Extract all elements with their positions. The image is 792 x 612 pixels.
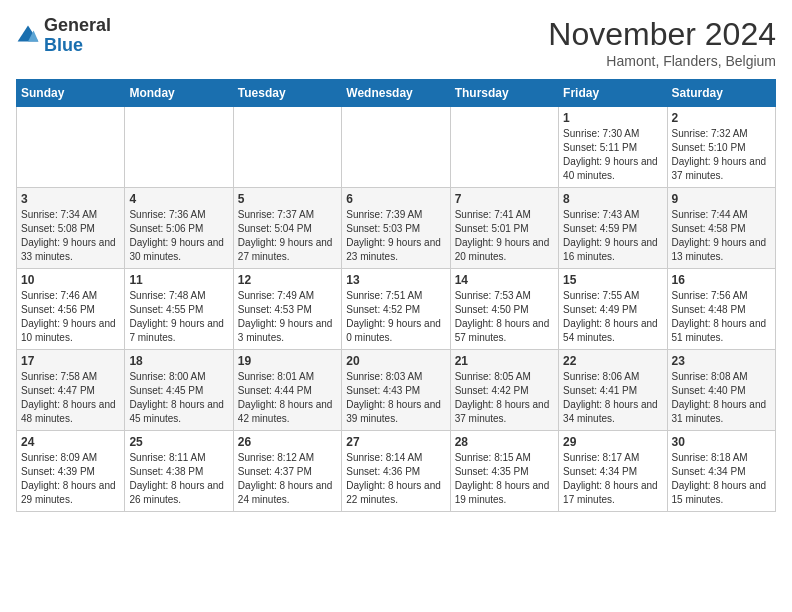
day-info: Sunrise: 8:18 AM Sunset: 4:34 PM Dayligh… (672, 451, 771, 507)
calendar-cell: 3Sunrise: 7:34 AM Sunset: 5:08 PM Daylig… (17, 188, 125, 269)
weekday-header-thursday: Thursday (450, 80, 558, 107)
calendar-cell: 25Sunrise: 8:11 AM Sunset: 4:38 PM Dayli… (125, 431, 233, 512)
calendar-cell (342, 107, 450, 188)
calendar-cell: 1Sunrise: 7:30 AM Sunset: 5:11 PM Daylig… (559, 107, 667, 188)
calendar-cell: 10Sunrise: 7:46 AM Sunset: 4:56 PM Dayli… (17, 269, 125, 350)
week-row-5: 24Sunrise: 8:09 AM Sunset: 4:39 PM Dayli… (17, 431, 776, 512)
month-title: November 2024 (548, 16, 776, 53)
calendar-cell: 23Sunrise: 8:08 AM Sunset: 4:40 PM Dayli… (667, 350, 775, 431)
day-info: Sunrise: 7:56 AM Sunset: 4:48 PM Dayligh… (672, 289, 771, 345)
calendar-cell: 16Sunrise: 7:56 AM Sunset: 4:48 PM Dayli… (667, 269, 775, 350)
calendar-cell (450, 107, 558, 188)
calendar-cell: 12Sunrise: 7:49 AM Sunset: 4:53 PM Dayli… (233, 269, 341, 350)
day-number: 7 (455, 192, 554, 206)
day-number: 13 (346, 273, 445, 287)
title-area: November 2024 Hamont, Flanders, Belgium (548, 16, 776, 69)
calendar-cell: 28Sunrise: 8:15 AM Sunset: 4:35 PM Dayli… (450, 431, 558, 512)
calendar-cell: 26Sunrise: 8:12 AM Sunset: 4:37 PM Dayli… (233, 431, 341, 512)
day-number: 30 (672, 435, 771, 449)
day-number: 17 (21, 354, 120, 368)
day-number: 26 (238, 435, 337, 449)
calendar-cell: 19Sunrise: 8:01 AM Sunset: 4:44 PM Dayli… (233, 350, 341, 431)
day-number: 29 (563, 435, 662, 449)
logo-icon (16, 24, 40, 48)
day-info: Sunrise: 7:41 AM Sunset: 5:01 PM Dayligh… (455, 208, 554, 264)
day-number: 19 (238, 354, 337, 368)
calendar-cell: 2Sunrise: 7:32 AM Sunset: 5:10 PM Daylig… (667, 107, 775, 188)
calendar-cell: 5Sunrise: 7:37 AM Sunset: 5:04 PM Daylig… (233, 188, 341, 269)
location-subtitle: Hamont, Flanders, Belgium (548, 53, 776, 69)
day-number: 2 (672, 111, 771, 125)
day-info: Sunrise: 8:14 AM Sunset: 4:36 PM Dayligh… (346, 451, 445, 507)
calendar-cell: 8Sunrise: 7:43 AM Sunset: 4:59 PM Daylig… (559, 188, 667, 269)
day-number: 21 (455, 354, 554, 368)
page-header: General Blue November 2024 Hamont, Fland… (16, 16, 776, 69)
day-info: Sunrise: 8:08 AM Sunset: 4:40 PM Dayligh… (672, 370, 771, 426)
day-info: Sunrise: 7:32 AM Sunset: 5:10 PM Dayligh… (672, 127, 771, 183)
calendar-cell: 20Sunrise: 8:03 AM Sunset: 4:43 PM Dayli… (342, 350, 450, 431)
day-info: Sunrise: 8:05 AM Sunset: 4:42 PM Dayligh… (455, 370, 554, 426)
logo-text: General Blue (44, 16, 111, 56)
day-info: Sunrise: 7:39 AM Sunset: 5:03 PM Dayligh… (346, 208, 445, 264)
calendar-table: SundayMondayTuesdayWednesdayThursdayFrid… (16, 79, 776, 512)
day-number: 14 (455, 273, 554, 287)
week-row-4: 17Sunrise: 7:58 AM Sunset: 4:47 PM Dayli… (17, 350, 776, 431)
day-info: Sunrise: 7:43 AM Sunset: 4:59 PM Dayligh… (563, 208, 662, 264)
day-info: Sunrise: 8:06 AM Sunset: 4:41 PM Dayligh… (563, 370, 662, 426)
day-number: 12 (238, 273, 337, 287)
day-number: 16 (672, 273, 771, 287)
day-number: 28 (455, 435, 554, 449)
day-number: 15 (563, 273, 662, 287)
day-info: Sunrise: 7:55 AM Sunset: 4:49 PM Dayligh… (563, 289, 662, 345)
day-info: Sunrise: 7:30 AM Sunset: 5:11 PM Dayligh… (563, 127, 662, 183)
day-info: Sunrise: 7:46 AM Sunset: 4:56 PM Dayligh… (21, 289, 120, 345)
weekday-header-monday: Monday (125, 80, 233, 107)
calendar-cell: 14Sunrise: 7:53 AM Sunset: 4:50 PM Dayli… (450, 269, 558, 350)
day-number: 11 (129, 273, 228, 287)
calendar-cell: 11Sunrise: 7:48 AM Sunset: 4:55 PM Dayli… (125, 269, 233, 350)
day-number: 18 (129, 354, 228, 368)
calendar-cell (233, 107, 341, 188)
day-info: Sunrise: 7:44 AM Sunset: 4:58 PM Dayligh… (672, 208, 771, 264)
weekday-header-friday: Friday (559, 80, 667, 107)
weekday-header-row: SundayMondayTuesdayWednesdayThursdayFrid… (17, 80, 776, 107)
day-info: Sunrise: 8:11 AM Sunset: 4:38 PM Dayligh… (129, 451, 228, 507)
weekday-header-wednesday: Wednesday (342, 80, 450, 107)
day-info: Sunrise: 7:58 AM Sunset: 4:47 PM Dayligh… (21, 370, 120, 426)
week-row-3: 10Sunrise: 7:46 AM Sunset: 4:56 PM Dayli… (17, 269, 776, 350)
day-number: 1 (563, 111, 662, 125)
day-number: 8 (563, 192, 662, 206)
calendar-cell: 13Sunrise: 7:51 AM Sunset: 4:52 PM Dayli… (342, 269, 450, 350)
calendar-cell: 22Sunrise: 8:06 AM Sunset: 4:41 PM Dayli… (559, 350, 667, 431)
day-number: 9 (672, 192, 771, 206)
calendar-cell: 18Sunrise: 8:00 AM Sunset: 4:45 PM Dayli… (125, 350, 233, 431)
weekday-header-sunday: Sunday (17, 80, 125, 107)
day-number: 3 (21, 192, 120, 206)
weekday-header-saturday: Saturday (667, 80, 775, 107)
weekday-header-tuesday: Tuesday (233, 80, 341, 107)
day-number: 20 (346, 354, 445, 368)
day-number: 6 (346, 192, 445, 206)
calendar-cell: 4Sunrise: 7:36 AM Sunset: 5:06 PM Daylig… (125, 188, 233, 269)
week-row-2: 3Sunrise: 7:34 AM Sunset: 5:08 PM Daylig… (17, 188, 776, 269)
calendar-cell: 7Sunrise: 7:41 AM Sunset: 5:01 PM Daylig… (450, 188, 558, 269)
calendar-cell (125, 107, 233, 188)
day-info: Sunrise: 7:51 AM Sunset: 4:52 PM Dayligh… (346, 289, 445, 345)
calendar-cell: 29Sunrise: 8:17 AM Sunset: 4:34 PM Dayli… (559, 431, 667, 512)
day-info: Sunrise: 8:17 AM Sunset: 4:34 PM Dayligh… (563, 451, 662, 507)
day-number: 10 (21, 273, 120, 287)
calendar-cell: 27Sunrise: 8:14 AM Sunset: 4:36 PM Dayli… (342, 431, 450, 512)
day-number: 24 (21, 435, 120, 449)
day-info: Sunrise: 7:53 AM Sunset: 4:50 PM Dayligh… (455, 289, 554, 345)
day-number: 27 (346, 435, 445, 449)
logo: General Blue (16, 16, 111, 56)
day-info: Sunrise: 8:00 AM Sunset: 4:45 PM Dayligh… (129, 370, 228, 426)
day-info: Sunrise: 8:15 AM Sunset: 4:35 PM Dayligh… (455, 451, 554, 507)
calendar-cell: 6Sunrise: 7:39 AM Sunset: 5:03 PM Daylig… (342, 188, 450, 269)
day-info: Sunrise: 7:48 AM Sunset: 4:55 PM Dayligh… (129, 289, 228, 345)
day-number: 23 (672, 354, 771, 368)
logo-general-text: General (44, 15, 111, 35)
logo-blue-text: Blue (44, 35, 83, 55)
day-info: Sunrise: 7:37 AM Sunset: 5:04 PM Dayligh… (238, 208, 337, 264)
calendar-cell: 30Sunrise: 8:18 AM Sunset: 4:34 PM Dayli… (667, 431, 775, 512)
